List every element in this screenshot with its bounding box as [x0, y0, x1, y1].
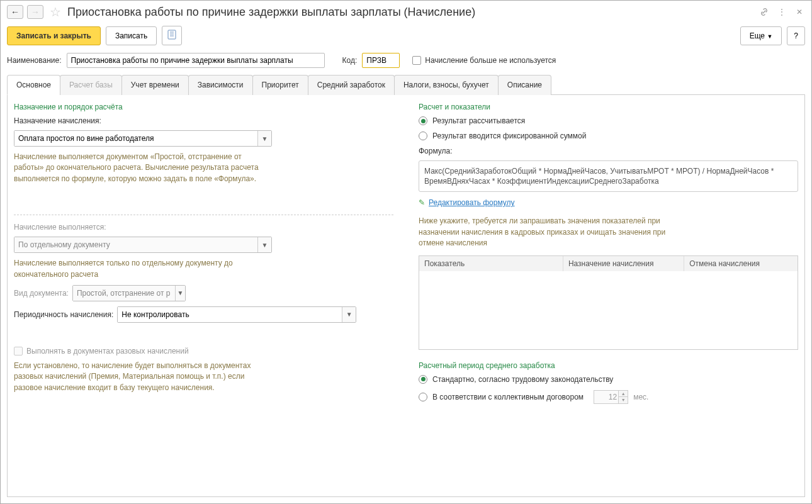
window-title: Приостановка работы по причине задержки …: [67, 6, 755, 19]
document-list-button[interactable]: [162, 26, 182, 45]
assign-label: Назначение начисления:: [14, 116, 393, 125]
tab-priority[interactable]: Приоритет: [252, 75, 308, 95]
exec-select: ▼: [14, 237, 272, 253]
once-docs-label: Выполнять в документах разовых начислени…: [26, 347, 189, 356]
periodicity-select[interactable]: ▼: [117, 306, 356, 323]
chevron-down-icon[interactable]: ▼: [342, 307, 356, 322]
assign-select[interactable]: ▼: [14, 130, 272, 147]
tab-dependencies[interactable]: Зависимости: [188, 75, 253, 95]
edit-formula-link[interactable]: Редактировать формулу: [429, 198, 515, 207]
col-indicator: Показатель: [419, 256, 563, 271]
tab-avg-earnings[interactable]: Средний заработок: [308, 75, 395, 95]
periodicity-label: Периодичность начисления:: [14, 310, 113, 319]
save-and-close-button[interactable]: Записать и закрыть: [7, 26, 101, 45]
chevron-down-icon: ▼: [767, 33, 772, 40]
exec-help: Начисление выполняется только по отдельн…: [14, 258, 272, 280]
svg-rect-0: [168, 30, 176, 39]
more-button[interactable]: Еще ▼: [740, 26, 782, 45]
tab-main[interactable]: Основное: [7, 75, 60, 95]
tab-time[interactable]: Учет времени: [121, 75, 189, 95]
favorite-star-icon[interactable]: ☆: [50, 4, 61, 20]
code-label: Код:: [342, 56, 358, 65]
exec-value: [14, 237, 257, 252]
formula-label: Формула:: [419, 147, 798, 155]
periodicity-value[interactable]: [118, 307, 342, 322]
doc-type-select: ▼: [72, 285, 186, 301]
assign-help: Начисление выполняется документом «Прост…: [14, 152, 272, 184]
tab-taxes[interactable]: Налоги, взносы, бухучет: [394, 75, 499, 95]
spinner-up-icon: ▲: [619, 391, 628, 397]
period-custom-label: В соответствии с коллективным договором: [432, 393, 584, 401]
indicators-table[interactable]: Показатель Назначение начисления Отмена …: [419, 255, 798, 350]
tab-base-calc[interactable]: Расчет базы: [60, 75, 122, 95]
chevron-down-icon[interactable]: ▼: [257, 131, 271, 146]
pencil-icon: ✎: [419, 198, 425, 207]
doc-type-label: Вид документа:: [14, 289, 69, 298]
period-custom-radio[interactable]: [419, 393, 427, 401]
spinner-down-icon: ▼: [619, 397, 628, 403]
name-label: Наименование:: [7, 56, 62, 65]
section-calc-title: Расчет и показатели: [419, 103, 798, 111]
kebab-menu-icon[interactable]: ⋮: [776, 6, 787, 18]
result-calc-radio[interactable]: [419, 116, 427, 125]
result-fixed-radio[interactable]: [419, 132, 427, 140]
chevron-down-icon: ▼: [257, 237, 271, 252]
result-fixed-label: Результат вводится фиксированной суммой: [432, 132, 586, 140]
divider: [14, 215, 393, 215]
save-button[interactable]: Записать: [106, 26, 157, 45]
months-unit: мес.: [633, 393, 648, 401]
not-used-label: Начисление больше не используется: [425, 56, 556, 65]
name-input[interactable]: [67, 53, 325, 68]
col-cancel: Отмена начисления: [684, 256, 798, 271]
section-period-title: Расчетный период среднего заработка: [419, 361, 798, 370]
exec-label: Начисление выполняется:: [14, 223, 393, 232]
months-input: [594, 390, 619, 404]
col-assign: Назначение начисления: [563, 256, 684, 271]
once-docs-checkbox: [14, 347, 23, 356]
result-calc-label: Результат рассчитывается: [432, 116, 525, 125]
assign-value[interactable]: [14, 131, 257, 146]
not-used-checkbox[interactable]: [412, 56, 421, 65]
close-icon[interactable]: ✕: [794, 6, 805, 18]
formula-box: Макс(СреднийЗаработокОбщий * НормаДнейЧа…: [419, 160, 798, 192]
section-assignment-title: Назначение и порядок расчёта: [14, 103, 393, 111]
chevron-down-icon: ▼: [175, 286, 185, 301]
period-standard-label: Стандартно, согласно трудовому законодат…: [432, 375, 613, 384]
doc-type-value: [73, 286, 175, 301]
link-icon[interactable]: [758, 6, 770, 18]
nav-back-button[interactable]: ←: [7, 5, 23, 19]
code-input[interactable]: [362, 53, 400, 68]
indicators-hint: Ниже укажите, требуется ли запрашивать з…: [419, 216, 670, 249]
document-list-icon: [167, 30, 176, 42]
help-button[interactable]: ?: [787, 26, 805, 45]
tab-description[interactable]: Описание: [498, 75, 551, 95]
once-docs-help: Если установлено, то начисление будет вы…: [14, 361, 272, 393]
nav-forward-button[interactable]: →: [27, 5, 43, 19]
period-standard-radio[interactable]: [419, 375, 427, 384]
